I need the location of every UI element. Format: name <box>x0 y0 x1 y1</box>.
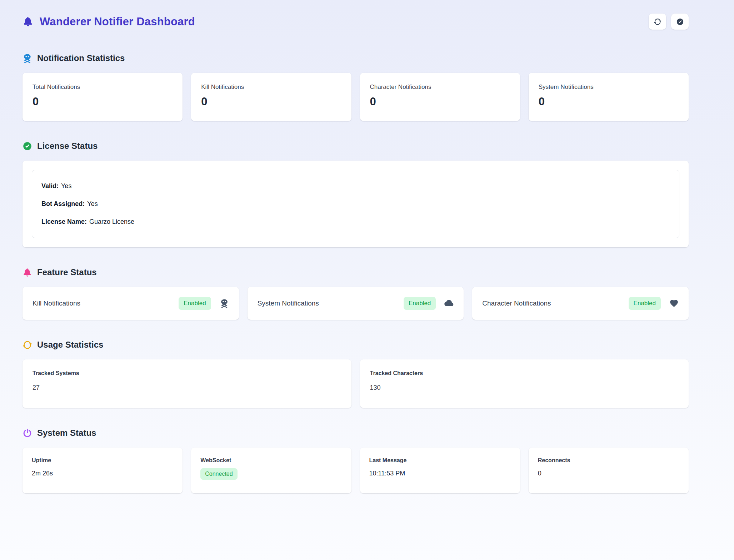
system-card-uptime: Uptime 2m 26s <box>23 448 183 493</box>
feature-card-kill-notifications: Kill Notifications Enabled <box>23 287 239 320</box>
usage-statistics-grid: Tracked Systems 27 Tracked Characters 13… <box>23 359 689 408</box>
stat-label: Kill Notifications <box>201 84 341 91</box>
notification-stats-grid: Total Notifications 0 Kill Notifications… <box>23 73 689 121</box>
license-card: Valid:Yes Bot Assigned:Yes License Name:… <box>23 161 689 247</box>
usage-card-tracked-systems: Tracked Systems 27 <box>23 359 351 408</box>
dashboard-page: Wanderer Notifier Dashboard Notification… <box>0 0 734 536</box>
feature-status-wrap: Enabled <box>629 297 679 310</box>
system-status-grid: Uptime 2m 26s WebSocket Connected Last M… <box>23 448 689 493</box>
feature-status-grid: Kill Notifications Enabled System Notifi… <box>23 287 689 320</box>
system-card-reconnects: Reconnects 0 <box>529 448 689 493</box>
system-label: Reconnects <box>538 457 679 464</box>
usage-label: Tracked Characters <box>370 370 679 377</box>
stat-card-system-notifications: System Notifications 0 <box>529 73 689 121</box>
section-notification-statistics: Notification Statistics Total Notificati… <box>23 53 689 121</box>
feature-card-character-notifications: Character Notifications Enabled <box>472 287 689 320</box>
status-badge: Enabled <box>404 297 436 310</box>
license-status-heading: License Status <box>23 141 689 151</box>
header: Wanderer Notifier Dashboard <box>23 14 689 30</box>
license-field-label: Bot Assigned: <box>41 200 85 207</box>
cloud-icon <box>444 299 454 308</box>
sync-icon <box>654 18 661 26</box>
license-details-box: Valid:Yes Bot Assigned:Yes License Name:… <box>32 170 679 238</box>
feature-label: System Notifications <box>258 299 319 307</box>
system-card-websocket: WebSocket Connected <box>191 448 351 493</box>
license-field-label: License Name: <box>41 218 87 225</box>
feature-label: Kill Notifications <box>33 299 80 307</box>
sync-icon <box>23 340 32 350</box>
system-value: 2m 26s <box>32 470 173 477</box>
skull-crossbones-icon <box>220 299 229 308</box>
license-field-label: Valid: <box>41 182 59 190</box>
section-title-text: Usage Statistics <box>37 340 103 350</box>
heart-icon <box>669 299 679 308</box>
license-name-row: License Name:Guarzo License <box>41 218 670 226</box>
stat-card-kill-notifications: Kill Notifications 0 <box>191 73 351 121</box>
system-card-last-message: Last Message 10:11:53 PM <box>360 448 520 493</box>
page-title: Wanderer Notifier Dashboard <box>40 15 195 28</box>
feature-status-heading: Feature Status <box>23 267 689 277</box>
confirm-button[interactable] <box>671 14 689 30</box>
license-valid-row: Valid:Yes <box>41 182 670 190</box>
power-icon <box>23 428 32 438</box>
section-title-text: Notification Statistics <box>37 53 125 63</box>
feature-card-system-notifications: System Notifications Enabled <box>248 287 464 320</box>
stat-value: 0 <box>539 95 679 108</box>
bell-icon <box>23 16 34 27</box>
connected-badge: Connected <box>200 468 237 480</box>
stat-value: 0 <box>201 95 341 108</box>
license-bot-assigned-row: Bot Assigned:Yes <box>41 200 670 208</box>
section-title-text: System Status <box>37 428 96 438</box>
feature-status-wrap: Enabled <box>179 297 229 310</box>
usage-card-tracked-characters: Tracked Characters 130 <box>360 359 689 408</box>
usage-value: 27 <box>33 384 341 392</box>
status-badge: Enabled <box>629 297 661 310</box>
usage-label: Tracked Systems <box>33 370 341 377</box>
status-badge: Enabled <box>179 297 211 310</box>
stat-value: 0 <box>33 95 173 108</box>
system-value: 10:11:53 PM <box>369 470 511 477</box>
header-actions <box>649 14 689 30</box>
section-system-status: System Status Uptime 2m 26s WebSocket Co… <box>23 428 689 493</box>
system-value: 0 <box>538 470 679 477</box>
system-label: Uptime <box>32 457 173 464</box>
usage-statistics-heading: Usage Statistics <box>23 340 689 350</box>
license-field-value: Yes <box>87 200 98 207</box>
stat-label: Total Notifications <box>33 84 173 91</box>
section-usage-statistics: Usage Statistics Tracked Systems 27 Trac… <box>23 340 689 408</box>
license-field-value: Yes <box>61 182 71 190</box>
usage-value: 130 <box>370 384 679 392</box>
system-label: WebSocket <box>200 457 342 464</box>
stat-label: System Notifications <box>539 84 679 91</box>
section-license-status: License Status Valid:Yes Bot Assigned:Ye… <box>23 141 689 247</box>
section-title-text: License Status <box>37 141 98 151</box>
section-title-text: Feature Status <box>37 267 97 277</box>
title-wrap: Wanderer Notifier Dashboard <box>23 15 195 28</box>
section-feature-status: Feature Status Kill Notifications Enable… <box>23 267 689 320</box>
stat-card-total-notifications: Total Notifications 0 <box>23 73 183 121</box>
notification-statistics-heading: Notification Statistics <box>23 53 689 63</box>
feature-status-wrap: Enabled <box>404 297 454 310</box>
refresh-button[interactable] <box>649 14 666 30</box>
stat-label: Character Notifications <box>370 84 510 91</box>
license-field-value: Guarzo License <box>89 218 134 225</box>
feature-label: Character Notifications <box>482 299 551 307</box>
bell-icon <box>23 268 32 277</box>
check-circle-icon <box>676 18 684 26</box>
system-label: Last Message <box>369 457 511 464</box>
skull-crossbones-icon <box>23 54 32 63</box>
stat-value: 0 <box>370 95 510 108</box>
system-status-heading: System Status <box>23 428 689 438</box>
stat-card-character-notifications: Character Notifications 0 <box>360 73 520 121</box>
websocket-status-wrap: Connected <box>200 468 342 480</box>
check-circle-icon <box>23 141 32 151</box>
